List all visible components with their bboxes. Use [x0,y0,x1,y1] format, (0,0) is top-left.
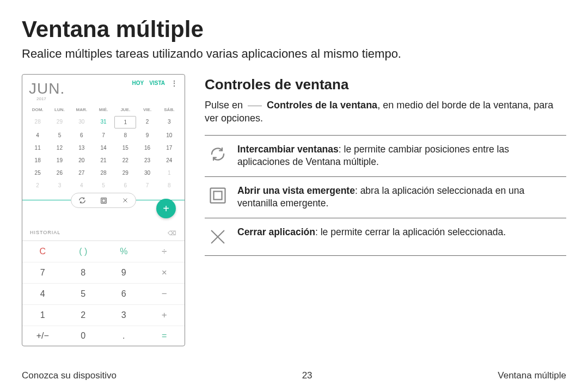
window-controls-pill[interactable] [71,193,136,208]
cal-day[interactable]: 3 [48,180,70,191]
cal-day[interactable]: 6 [114,180,136,191]
calc-key[interactable]: 2 [63,304,104,326]
cal-day[interactable]: 5 [48,130,70,141]
cal-day[interactable]: 11 [27,142,48,154]
dow: SÁB. [158,105,180,115]
calc-key-equals[interactable]: = [144,326,185,346]
cal-day[interactable]: 10 [158,130,180,141]
intro-text: , en medio del borde de la ventana, para… [205,100,553,124]
calc-key[interactable]: 3 [103,304,144,326]
cal-day[interactable]: 23 [136,155,158,166]
calc-key-divide[interactable]: ÷ [144,241,185,262]
cal-day[interactable]: 2 [27,180,48,191]
cal-day[interactable]: 4 [71,180,93,191]
cal-day[interactable]: 7 [136,180,158,191]
backspace-icon[interactable]: ⌫ [168,230,177,237]
page-footer: Conozca su dispositivo 23 Ventana múltip… [0,370,588,381]
cal-day[interactable]: 6 [71,130,93,141]
footer-page-number: 23 [302,370,313,381]
cal-day[interactable]: 26 [48,167,70,179]
cal-day[interactable]: 24 [158,155,180,166]
calendar-today-button[interactable]: HOY [132,80,144,86]
close-icon[interactable] [122,197,128,204]
cal-day[interactable]: 9 [136,130,158,141]
footer-right: Ventana múltiple [498,370,566,381]
calc-key-plus[interactable]: + [144,304,185,326]
feature-title: Intercambiar ventanas [237,144,339,155]
calc-key-minus[interactable]: − [144,283,185,304]
feature-close: Cerrar aplicación: le permite cerrar la … [205,218,566,256]
cal-day[interactable]: 21 [93,155,114,166]
intro-bold: Controles de la ventana [267,100,377,111]
cal-day[interactable]: 2 [136,116,158,128]
cal-day[interactable]: 29 [48,116,70,128]
cal-day[interactable]: 5 [93,180,114,191]
svg-rect-2 [211,188,225,203]
calc-key[interactable]: 7 [22,262,63,283]
cal-day[interactable]: 31 [93,116,114,128]
calculator-keypad: C ( ) % ÷ 7 8 9 × 4 5 6 − 1 2 3 + +/− 0 … [22,240,185,346]
swap-icon[interactable] [78,197,86,204]
cal-day[interactable]: 8 [158,180,180,191]
calc-key[interactable]: 0 [63,326,104,346]
cal-day[interactable]: 27 [71,167,93,179]
calc-key-clear[interactable]: C [22,241,63,262]
footer-left: Conozca su dispositivo [22,370,117,381]
cal-day[interactable]: 20 [71,155,93,166]
cal-day[interactable]: 8 [114,130,136,141]
more-icon[interactable]: ⋮ [170,81,178,86]
calc-key-sign[interactable]: +/− [22,326,63,346]
cal-day[interactable]: 28 [27,116,48,128]
calc-key[interactable]: 8 [63,262,104,283]
cal-day[interactable]: 13 [71,142,93,154]
calc-key-dot[interactable]: . [103,326,144,346]
dow: VIE. [136,105,158,115]
cal-day[interactable]: 7 [93,130,114,141]
cal-day[interactable]: 3 [158,116,180,128]
calc-key[interactable]: 9 [103,262,144,283]
add-event-fab[interactable]: + [156,199,176,218]
cal-day-today[interactable]: 1 [114,116,136,128]
calc-key[interactable]: 6 [103,283,144,304]
cal-day[interactable]: 14 [93,142,114,154]
dow: LUN. [48,105,70,115]
cal-day[interactable]: 28 [93,167,114,179]
feature-popup: Abrir una vista emergente: abra la aplic… [205,177,566,218]
calc-key-multiply[interactable]: × [144,262,185,283]
cal-day[interactable]: 16 [136,142,158,154]
page-subtitle: Realice múltiples tareas utilizando vari… [22,47,566,61]
cal-day[interactable]: 15 [114,142,136,154]
cal-day[interactable]: 30 [71,116,93,128]
calculator-app: HISTORIAL ⌫ C ( ) % ÷ 7 8 9 × 4 5 6 − 1 … [22,200,185,346]
history-label[interactable]: HISTORIAL [30,230,60,237]
calc-key[interactable]: 1 [22,304,63,326]
cal-day[interactable]: 30 [136,167,158,179]
cal-day[interactable]: 4 [27,130,48,141]
page-title: Ventana múltiple [22,16,566,42]
dow: MAR. [71,105,93,115]
dow: MIÉ. [93,105,114,115]
calc-key[interactable]: 4 [22,283,63,304]
svg-rect-1 [102,199,105,201]
feature-list: Intercambiar ventanas: le permite cambia… [205,135,566,256]
cal-day[interactable]: 18 [27,155,48,166]
calc-key-paren[interactable]: ( ) [63,241,104,262]
cal-day[interactable]: 19 [48,155,70,166]
calc-key-percent[interactable]: % [103,241,144,262]
calendar-view-button[interactable]: VISTA [149,80,165,86]
cal-day[interactable]: 29 [114,167,136,179]
cal-day[interactable]: 17 [158,142,180,154]
calendar-grid: DOM. LUN. MAR. MIÉ. JUE. VIE. SÁB. 28 29… [22,102,185,197]
cal-day[interactable]: 22 [114,155,136,166]
swap-windows-icon [207,143,229,165]
section-intro: Pulse en Controles de la ventana, en med… [205,99,566,125]
popup-view-icon [207,185,229,206]
feature-title: Abrir una vista emergente [237,185,355,196]
cal-day[interactable]: 1 [158,167,180,179]
cal-day[interactable]: 12 [48,142,70,154]
popup-icon[interactable] [100,197,107,204]
calc-key[interactable]: 5 [63,283,104,304]
section-title: Controles de ventana [205,76,566,93]
calendar-month: JUN. [29,80,65,97]
cal-day[interactable]: 25 [27,167,48,179]
